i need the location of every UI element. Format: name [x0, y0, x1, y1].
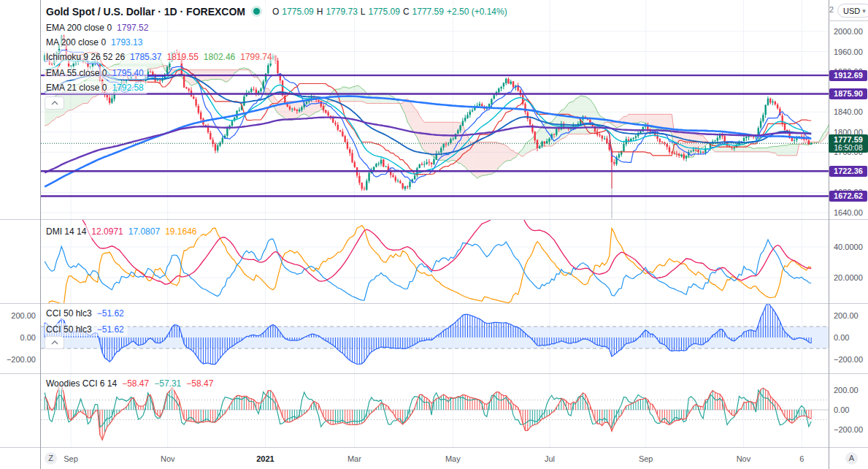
legend-row-cci-2[interactable]: CCI 50 hlc3 −51.62 — [45, 323, 128, 336]
price-level-label: 1875.90 — [829, 88, 867, 99]
cci-tick-label: 200.00 — [834, 310, 859, 321]
chevron-down-icon: ▾ — [862, 7, 866, 15]
indicator-value: 1819.55 — [166, 52, 198, 62]
time-tick-label: Jul — [534, 453, 566, 465]
legend-row-cci-1[interactable]: CCI 50 hlc3 −51.62 — [45, 307, 128, 320]
indicator-value: 1792.58 — [112, 83, 143, 93]
price-level-label: 1912.69 — [829, 70, 867, 81]
indicator-label: CCI 50 hlc3 — [46, 308, 92, 319]
indicator-value: −51.62 — [97, 324, 124, 335]
indicator-label: CCI 50 hlc3 — [46, 324, 92, 335]
symbol-legend-row[interactable]: Gold Spot / U.S. Dollar · 1D · FOREXCOM … — [45, 4, 511, 19]
high-value: 1779.73 — [326, 7, 357, 17]
time-tick-label: Nov — [152, 453, 184, 465]
woodies-tick-label: 0.00 — [834, 405, 849, 415]
indicator-value: 19.1646 — [165, 226, 196, 237]
indicator-label: Woodies CCI 6 14 — [46, 378, 117, 389]
indicator-value: 1802.46 — [204, 52, 235, 62]
low-value: 1775.09 — [369, 7, 400, 17]
indicator-value: −51.62 — [97, 308, 124, 319]
time-tick-label: 6 — [786, 453, 818, 465]
time-tick-label: Nov — [727, 453, 759, 465]
time-tick-label: May — [437, 453, 469, 465]
price-tick-label: 2000.00 — [834, 26, 863, 37]
price-tick-label: 1960.00 — [834, 47, 863, 57]
legend-row-woodies[interactable]: Woodies CCI 6 14 −58.47 −57.31 −58.47 — [45, 377, 217, 390]
legend-row-ma200[interactable]: MA 200 close 0 1793.13 — [45, 36, 146, 49]
cci-tick-label: −200.00 — [834, 354, 863, 365]
indicator-value: 1799.74 — [240, 52, 272, 62]
legend-row-ema55[interactable]: EMA 55 close 0 1795.40 — [45, 66, 147, 80]
currency-label: USD — [843, 7, 860, 15]
price-scale-unit-count: 2 — [829, 5, 834, 14]
legend-row-ichimoku[interactable]: Ichimoku 9 26 52 26 1785.37 1819.55 1802… — [45, 50, 276, 64]
symbol-title: Gold Spot / U.S. Dollar · 1D · FOREXCOM — [46, 6, 245, 18]
indicator-value: −58.47 — [186, 378, 213, 389]
legend-row-ema21[interactable]: EMA 21 close 0 1792.58 — [45, 81, 147, 94]
auto-scale-button[interactable]: A — [845, 452, 858, 465]
ohlc-values: O1775.09 H1779.73 L1775.09 C1777.59 +2.5… — [272, 7, 507, 17]
indicator-label: EMA 21 close 0 — [46, 83, 107, 93]
indicator-value: 1785.37 — [130, 52, 161, 62]
legend-row-dmi[interactable]: DMI 14 14 12.0971 17.0807 19.1646 — [45, 225, 201, 238]
close-label: C — [403, 7, 410, 17]
woodies-tick-label: 200.00 — [834, 385, 859, 395]
legend-row-ema200[interactable]: EMA 200 close 0 1797.52 — [45, 21, 152, 34]
indicator-value: −58.47 — [122, 378, 149, 389]
indicator-value: 1797.52 — [117, 23, 148, 33]
indicator-value: 12.0971 — [91, 226, 123, 237]
indicator-label: DMI 14 14 — [46, 226, 86, 237]
currency-dropdown-button[interactable]: USD ▾ — [837, 4, 868, 18]
market-status-icon — [253, 8, 260, 15]
price-level-label: 1722.36 — [829, 166, 867, 177]
indicator-label: MA 200 close 0 — [46, 37, 106, 47]
low-label: L — [361, 7, 366, 17]
collapse-pane-button[interactable] — [45, 96, 64, 110]
indicator-value: 1793.13 — [111, 37, 142, 47]
cci-tick-label-left: 0.00 — [0, 332, 36, 343]
dmi-tick-label: 40.0000 — [834, 242, 863, 252]
price-level-label: 1672.62 — [829, 191, 867, 202]
high-label: H — [317, 7, 323, 17]
cci-tick-label-left: −200.00 — [0, 354, 36, 365]
indicator-label: EMA 200 close 0 — [46, 23, 112, 33]
price-tick-label: 1840.00 — [834, 107, 863, 117]
close-value: 1777.59 — [412, 7, 444, 17]
open-label: O — [272, 7, 279, 17]
time-tick-label: Mar — [338, 453, 370, 465]
collapse-pane-button[interactable] — [45, 336, 64, 349]
woodies-tick-label: −200.00 — [834, 424, 863, 435]
tradingview-chart-window: Gold Spot / U.S. Dollar · 1D · FOREXCOM … — [0, 0, 868, 469]
time-tick-label: 2021 — [250, 453, 282, 465]
time-tick-label: Sep — [55, 453, 87, 465]
chart-overlay: Gold Spot / U.S. Dollar · 1D · FOREXCOM … — [0, 0, 868, 469]
indicator-value: −57.31 — [154, 378, 181, 389]
change-value: +2.50 (+0.14%) — [447, 7, 507, 17]
dmi-tick-label: 20.0000 — [834, 272, 863, 283]
cci-tick-label: 0.00 — [834, 332, 849, 343]
left-price-axis[interactable] — [0, 0, 40, 447]
time-tick-label: Sep — [630, 453, 662, 465]
price-tick-label: 1640.00 — [834, 207, 863, 218]
indicator-label: Ichimoku 9 26 52 26 — [46, 52, 125, 62]
indicator-label: EMA 55 close 0 — [46, 68, 107, 78]
indicator-value: 1795.40 — [112, 68, 143, 78]
chevron-up-icon — [51, 101, 58, 105]
chevron-up-icon — [51, 340, 58, 345]
last-price-label: 1777.5916:50:08 — [829, 134, 868, 153]
indicator-value: 17.0807 — [128, 226, 160, 237]
cci-tick-label-left: 200.00 — [0, 310, 36, 321]
open-value: 1775.09 — [282, 7, 313, 17]
